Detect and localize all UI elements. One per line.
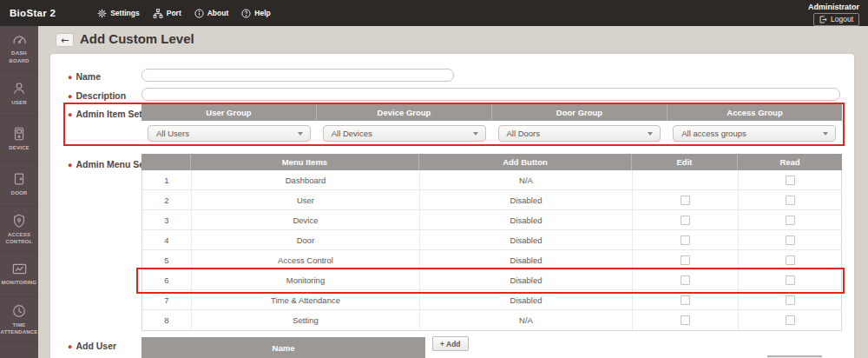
number-column-header xyxy=(141,154,190,170)
about-menu-item[interactable]: About xyxy=(194,9,229,18)
access-group-dropdown[interactable]: All access groups xyxy=(673,125,836,142)
logout-label: Logout xyxy=(831,15,853,23)
help-label: Help xyxy=(254,9,270,17)
menu-row-device: 3 Device Disabled xyxy=(142,210,841,230)
device-group-header: Device Group xyxy=(316,104,491,121)
logout-button[interactable]: Logout xyxy=(813,13,859,26)
edit-checkbox[interactable] xyxy=(681,215,690,225)
menu-item-name: Door xyxy=(191,230,419,249)
sidebar-item-door[interactable]: DOOR xyxy=(0,162,38,207)
sidebar-item-time-attendance[interactable]: TIME ATTENDANCE xyxy=(0,297,38,342)
sidebar-item-label: MONITORING xyxy=(2,279,37,286)
sidebar-item-label: TIME ATTENDANCE xyxy=(1,322,38,336)
edit-checkbox[interactable] xyxy=(681,275,690,285)
description-input[interactable] xyxy=(141,88,840,101)
time-attendance-icon xyxy=(11,303,27,319)
add-user-button[interactable]: + Add xyxy=(432,336,469,351)
logout-icon xyxy=(819,16,827,23)
read-cell xyxy=(738,310,841,330)
menu-row-door: 4 Door Disabled xyxy=(142,230,841,250)
add-user-name-header: Name xyxy=(141,337,425,358)
edit-checkbox[interactable] xyxy=(681,295,690,305)
edit-cell xyxy=(632,310,738,330)
read-checkbox[interactable] xyxy=(786,215,795,225)
sidebar-item-label: DEVICE xyxy=(9,144,30,151)
read-checkbox[interactable] xyxy=(786,275,795,285)
info-icon xyxy=(194,9,204,18)
chevron-down-icon xyxy=(648,132,653,136)
read-checkbox[interactable] xyxy=(786,196,795,205)
read-header: Read xyxy=(737,154,842,170)
edit-checkbox[interactable] xyxy=(681,235,690,245)
app-brand: BioStar 2 xyxy=(10,8,56,18)
edit-cell xyxy=(632,170,738,189)
read-cell xyxy=(738,290,841,309)
sidebar-nav: DASH BOARD USER DEVICE DOOR xyxy=(0,26,38,358)
menu-row-access-control: 5 Access Control Disabled xyxy=(142,250,841,270)
door-group-dropdown[interactable]: All Doors xyxy=(498,125,661,142)
sidebar-item-monitoring[interactable]: MONITORING xyxy=(0,252,38,297)
row-number: 2 xyxy=(142,190,191,209)
sidebar-item-label: DASH BOARD xyxy=(10,50,30,64)
menu-row-time-attendance: 7 Time & Attendance Disabled xyxy=(142,290,841,310)
read-checkbox[interactable] xyxy=(786,315,795,325)
menu-item-name: User xyxy=(191,190,419,209)
read-cell xyxy=(738,210,841,229)
row-number: 5 xyxy=(142,250,191,269)
add-button-state: Disabled xyxy=(419,290,632,309)
page-title: Add Custom Level xyxy=(80,31,194,46)
door-icon xyxy=(11,171,27,187)
edit-checkbox[interactable] xyxy=(681,255,690,265)
menu-row-setting: 8 Setting N/A xyxy=(142,310,841,330)
back-button[interactable]: ← xyxy=(56,33,74,47)
settings-menu-item[interactable]: Settings xyxy=(97,9,140,18)
required-bullet: ● xyxy=(68,110,72,119)
add-button-state: N/A xyxy=(419,310,632,330)
admin-menu-settings-header: Menu Items Add Button Edit Read xyxy=(141,154,842,170)
chevron-down-icon xyxy=(823,132,828,136)
user-group-dropdown[interactable]: All Users xyxy=(148,125,311,142)
port-label: Port xyxy=(167,9,181,17)
read-checkbox[interactable] xyxy=(786,295,795,305)
read-checkbox[interactable] xyxy=(786,176,795,185)
add-button-state: Disabled xyxy=(419,210,632,229)
menu-row-dashboard: 1 Dashboard N/A xyxy=(142,170,841,190)
sidebar-item-user[interactable]: USER xyxy=(0,71,38,116)
door-group-header: Door Group xyxy=(491,104,667,121)
add-button-state: Disabled xyxy=(419,230,632,249)
port-menu-item[interactable]: Port xyxy=(153,9,181,18)
read-cell xyxy=(738,250,841,269)
access-group-cell: All access groups xyxy=(667,121,842,145)
help-icon xyxy=(241,9,251,18)
top-bar: BioStar 2 Settings Port xyxy=(0,0,868,26)
chevron-down-icon xyxy=(473,132,478,136)
help-menu-item[interactable]: Help xyxy=(241,9,270,18)
required-bullet: ● xyxy=(68,342,72,351)
edit-checkbox[interactable] xyxy=(681,196,690,205)
edit-cell xyxy=(632,250,738,269)
read-checkbox[interactable] xyxy=(786,235,795,245)
name-input[interactable] xyxy=(141,69,454,82)
row-number: 7 xyxy=(142,290,191,309)
sidebar-item-device[interactable]: DEVICE xyxy=(0,116,38,162)
row-number: 1 xyxy=(142,170,191,189)
description-field-label: ●Description xyxy=(68,90,126,101)
read-checkbox[interactable] xyxy=(786,255,795,265)
menu-item-name: Monitoring xyxy=(191,270,419,289)
port-icon xyxy=(153,9,163,18)
name-field-label: ●Name xyxy=(68,71,101,82)
add-button-state: N/A xyxy=(419,170,632,189)
add-button-header: Add Button xyxy=(418,154,631,170)
row-number: 6 xyxy=(142,270,191,289)
required-bullet: ● xyxy=(68,92,72,101)
device-group-dropdown[interactable]: All Devices xyxy=(323,125,486,142)
topbar-user-area: Administrator Logout xyxy=(808,3,859,26)
row-number: 3 xyxy=(142,210,191,229)
add-button-state: Disabled xyxy=(419,270,632,289)
sidebar-item-dashboard[interactable]: DASH BOARD xyxy=(0,26,38,71)
device-icon xyxy=(11,126,27,142)
read-cell xyxy=(738,170,841,189)
sidebar-item-label: DOOR xyxy=(11,189,28,196)
edit-checkbox[interactable] xyxy=(681,315,690,325)
sidebar-item-access-control[interactable]: ACCESS CONTROL xyxy=(0,207,38,252)
